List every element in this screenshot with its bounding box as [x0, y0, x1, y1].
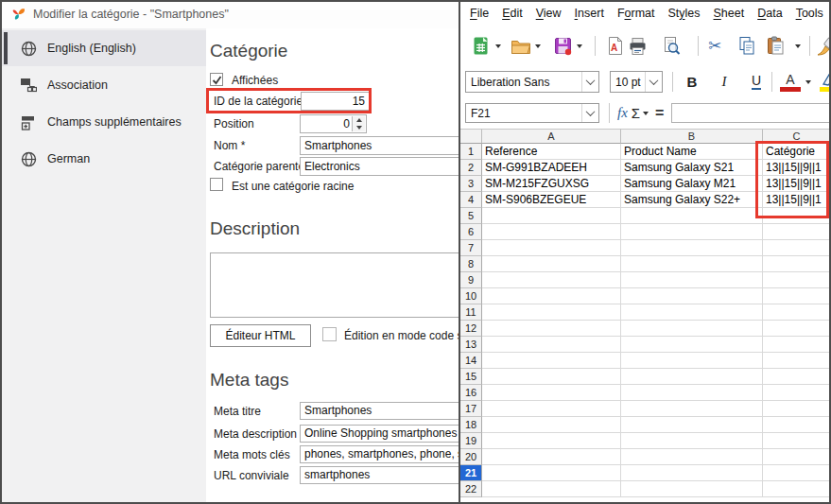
- grid-cell[interactable]: 13||15||9||1: [763, 160, 831, 176]
- grid-cell[interactable]: [482, 481, 621, 497]
- grid-cell[interactable]: [482, 385, 621, 401]
- menu-data[interactable]: Data: [751, 7, 788, 20]
- row-header-9[interactable]: 9: [460, 272, 482, 288]
- position-stepper[interactable]: [352, 116, 365, 131]
- menu-styles[interactable]: Styles: [661, 7, 706, 20]
- grid-cell[interactable]: [763, 240, 831, 256]
- menu-file[interactable]: File: [463, 7, 495, 20]
- grid-cell[interactable]: [482, 433, 621, 449]
- font-color-button[interactable]: A: [778, 73, 803, 92]
- grid-cell[interactable]: SM-M215FZGUXSG: [482, 176, 621, 192]
- row-header-14[interactable]: 14: [460, 353, 482, 369]
- field-input-2[interactable]: Smartphones: [300, 136, 470, 155]
- grid-cell[interactable]: [621, 288, 763, 304]
- grid-cell[interactable]: Reference: [482, 144, 621, 160]
- print-preview-button[interactable]: [660, 35, 683, 58]
- description-textarea[interactable]: [210, 252, 471, 318]
- row-header-6[interactable]: 6: [460, 224, 482, 240]
- grid-cell[interactable]: [763, 321, 831, 337]
- sidebar-item-association[interactable]: Association: [0, 67, 206, 103]
- formula-input[interactable]: [671, 103, 831, 123]
- row-header-3[interactable]: 3: [460, 176, 482, 192]
- grid-cell[interactable]: [482, 465, 621, 481]
- new-document-dropdown[interactable]: [494, 44, 502, 48]
- export-pdf-button[interactable]: A: [603, 35, 626, 58]
- grid-cell[interactable]: Product Name: [621, 144, 763, 160]
- font-name-dropdown-icon[interactable]: [581, 72, 598, 92]
- grid-cell[interactable]: [763, 256, 831, 272]
- grid-cell[interactable]: [621, 481, 763, 497]
- sidebar-item-champs-suppl-mentaires[interactable]: Champs supplémentaires: [0, 104, 206, 140]
- grid-cell[interactable]: [482, 417, 621, 433]
- grid-cell[interactable]: [482, 224, 621, 240]
- grid-cell[interactable]: Samsung Galaxy M21: [621, 176, 763, 192]
- grid-cell[interactable]: [621, 417, 763, 433]
- grid-cell[interactable]: [763, 224, 831, 240]
- row-header-11[interactable]: 11: [460, 304, 482, 321]
- sum-icon[interactable]: Σ: [632, 105, 640, 121]
- grid-cell[interactable]: [482, 449, 621, 465]
- column-header-C[interactable]: C: [763, 129, 831, 144]
- sidebar-item-german[interactable]: German: [0, 141, 206, 177]
- name-box[interactable]: F21: [465, 103, 599, 123]
- displayed-checkbox[interactable]: [210, 73, 223, 86]
- grid-cell[interactable]: [621, 449, 763, 465]
- meta-input-2[interactable]: phones, smartphones, phone, sma: [300, 445, 470, 463]
- font-color-dropdown[interactable]: [805, 80, 812, 84]
- row-header-16[interactable]: 16: [460, 385, 482, 401]
- row-header-1[interactable]: 1: [460, 144, 482, 160]
- grid-cell[interactable]: [482, 337, 621, 353]
- clone-formatting-button[interactable]: [816, 35, 831, 58]
- name-box-dropdown-icon[interactable]: [581, 104, 598, 122]
- grid-cell[interactable]: [482, 208, 621, 224]
- formula-icon[interactable]: =: [655, 105, 664, 122]
- grid-cell[interactable]: SM-G991BZADEEH: [482, 160, 621, 176]
- grid-cell[interactable]: Catégorie: [763, 144, 831, 160]
- stepper-up-icon[interactable]: [353, 116, 365, 124]
- menu-insert[interactable]: Insert: [568, 7, 611, 20]
- grid-cell[interactable]: [621, 433, 763, 449]
- grid-cell[interactable]: [621, 256, 763, 272]
- grid-cell[interactable]: [482, 304, 621, 321]
- grid-cell[interactable]: [763, 304, 831, 321]
- menu-tools[interactable]: Tools: [789, 7, 830, 20]
- row-header-19[interactable]: 19: [460, 433, 482, 449]
- grid-corner-cell[interactable]: [460, 129, 482, 144]
- row-header-21[interactable]: 21: [460, 465, 482, 481]
- open-dropdown[interactable]: [534, 44, 542, 48]
- grid-cell[interactable]: [482, 369, 621, 385]
- grid-cell[interactable]: Samsung Galaxy S21: [621, 160, 763, 176]
- cut-button[interactable]: ✂: [703, 35, 726, 58]
- grid-cell[interactable]: [763, 417, 831, 433]
- grid-cell[interactable]: [763, 288, 831, 304]
- menu-format[interactable]: Format: [611, 7, 662, 20]
- grid-cell[interactable]: [482, 288, 621, 304]
- save-dropdown[interactable]: [576, 44, 583, 48]
- italic-button[interactable]: I: [713, 71, 736, 94]
- grid-cell[interactable]: [621, 337, 763, 353]
- row-header-20[interactable]: 20: [460, 449, 482, 465]
- field-input-0[interactable]: 15: [301, 92, 370, 111]
- grid-cell[interactable]: [621, 272, 763, 288]
- row-header-17[interactable]: 17: [460, 401, 482, 417]
- grid-cell[interactable]: [763, 353, 831, 369]
- grid-cell[interactable]: [763, 385, 831, 401]
- font-size-combobox[interactable]: 10 pt: [610, 71, 663, 93]
- grid-cell[interactable]: [763, 449, 831, 465]
- grid-cell[interactable]: [763, 369, 831, 385]
- grid-cell[interactable]: [621, 465, 763, 481]
- grid-cell[interactable]: Samsung Galaxy S22+: [621, 192, 763, 208]
- grid-cell[interactable]: [763, 433, 831, 449]
- row-header-12[interactable]: 12: [460, 321, 482, 337]
- stepper-down-icon[interactable]: [353, 124, 365, 131]
- grid-cell[interactable]: [621, 353, 763, 369]
- copy-button[interactable]: [736, 35, 758, 58]
- grid-cell[interactable]: 13||15||9||1: [763, 192, 831, 208]
- grid-cell[interactable]: [482, 353, 621, 369]
- column-header-A[interactable]: A: [482, 129, 621, 144]
- row-header-4[interactable]: 4: [460, 192, 482, 208]
- print-button[interactable]: [626, 35, 649, 58]
- paste-button[interactable]: [764, 35, 787, 58]
- column-header-B[interactable]: B: [621, 129, 763, 144]
- row-header-7[interactable]: 7: [460, 240, 482, 256]
